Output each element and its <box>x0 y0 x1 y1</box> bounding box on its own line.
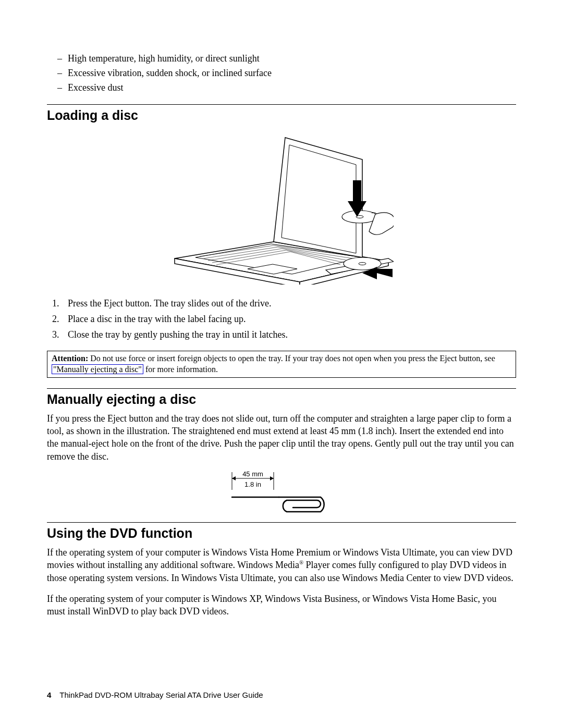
heading-dvd-function: Using the DVD function <box>47 526 516 541</box>
footer-title: ThinkPad DVD-ROM Ultrabay Serial ATA Dri… <box>59 690 263 699</box>
bullet-item: Excessive vibration, sudden shock, or in… <box>47 67 516 80</box>
heading-loading: Loading a disc <box>47 108 516 123</box>
svg-marker-28 <box>270 476 274 480</box>
attention-note: Attention: Do not use force or insert fo… <box>47 351 516 378</box>
env-bullets: High temperature, high humidity, or dire… <box>47 52 516 95</box>
bullet-item: Excessive dust <box>47 81 516 94</box>
steps-list: Press the Eject button. The tray slides … <box>47 297 516 342</box>
page-number: 4 <box>47 690 51 699</box>
attention-text-before: Do not use force or insert foreign objec… <box>88 354 495 363</box>
clip-in-label: 1.8 in <box>244 480 261 488</box>
heading-manual-eject: Manually ejecting a disc <box>47 392 516 407</box>
svg-marker-27 <box>232 476 236 480</box>
laptop-illustration <box>169 128 394 285</box>
section-divider <box>47 388 516 389</box>
step-item: Press the Eject button. The tray slides … <box>47 297 516 310</box>
clip-mm-label: 45 mm <box>242 471 263 478</box>
bullet-item: High temperature, high humidity, or dire… <box>47 52 516 65</box>
registered-mark: ® <box>299 559 303 565</box>
attention-label: Attention: <box>52 354 88 363</box>
section-divider <box>47 104 516 105</box>
manual-eject-paragraph: If you press the Eject button and the tr… <box>47 412 516 463</box>
cross-ref-link[interactable]: "Manually ejecting a disc" <box>52 364 143 374</box>
paperclip-illustration: 45 mm 1.8 in <box>224 471 339 513</box>
figure-paperclip: 45 mm 1.8 in <box>47 471 516 515</box>
attention-text-after: for more information. <box>143 365 218 374</box>
svg-point-19 <box>359 262 366 265</box>
section-divider <box>47 522 516 523</box>
step-item: Close the tray by gently pushing the tra… <box>47 328 516 341</box>
figure-laptop <box>47 128 516 287</box>
svg-marker-16 <box>282 145 356 253</box>
dvd-paragraph-1: If the operating system of your computer… <box>47 546 516 584</box>
step-item: Place a disc in the tray with the label … <box>47 313 516 326</box>
dvd-paragraph-2: If the operating system of your computer… <box>47 593 516 618</box>
document-page: High temperature, high humidity, or dire… <box>0 0 563 728</box>
page-footer: 4 ThinkPad DVD-ROM Ultrabay Serial ATA D… <box>47 690 263 699</box>
